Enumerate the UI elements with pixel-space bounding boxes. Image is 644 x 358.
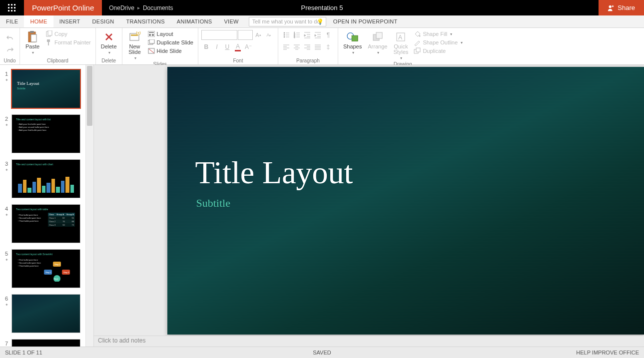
- delete-button[interactable]: Delete ▾: [99, 30, 119, 56]
- redo-button[interactable]: [5, 45, 15, 55]
- slide-thumbnail[interactable]: [12, 340, 80, 347]
- increase-indent-button[interactable]: [313, 30, 323, 40]
- paintbrush-icon: [45, 39, 52, 46]
- decrease-font-button[interactable]: A▾: [264, 30, 274, 40]
- svg-rect-34: [352, 35, 358, 41]
- thumb-number: 4✦: [4, 205, 9, 243]
- justify-button[interactable]: [313, 42, 323, 52]
- decrease-indent-button[interactable]: [302, 30, 312, 40]
- paste-button[interactable]: Paste ▾: [23, 30, 42, 56]
- increase-font-button[interactable]: A▴: [253, 30, 263, 40]
- svg-point-9: [609, 5, 612, 7]
- line-spacing-button[interactable]: ‡: [323, 42, 333, 52]
- tab-design[interactable]: DESIGN: [86, 15, 120, 27]
- italic-button[interactable]: I: [212, 42, 222, 52]
- breadcrumb-root[interactable]: OneDrive: [109, 4, 134, 11]
- svg-point-28: [284, 34, 285, 35]
- scrollbar-thumb[interactable]: [87, 66, 92, 126]
- slide-thumbnail-panel: 1✦Title LayoutSubtitle2✦Title and conten…: [0, 65, 94, 347]
- duplicate-slide-button[interactable]: Duplicate Slide: [146, 38, 195, 46]
- duplicate-shape-button[interactable]: Duplicate: [412, 47, 464, 55]
- status-slide-count[interactable]: SLIDE 1 OF 11: [5, 350, 42, 356]
- slide-title-placeholder[interactable]: Title Layout: [195, 154, 353, 191]
- slide-thumbnail[interactable]: [12, 295, 80, 333]
- slide-thumbnail[interactable]: Title LayoutSubtitle: [12, 70, 80, 108]
- align-right-button[interactable]: [302, 42, 312, 52]
- copy-icon: [45, 30, 52, 37]
- slide-canvas-area[interactable]: Title Layout Subtitle: [94, 65, 644, 336]
- font-name-field[interactable]: [201, 30, 237, 40]
- slide-thumbnail[interactable]: Two content layout with table• First bul…: [12, 205, 80, 243]
- align-center-button[interactable]: [292, 42, 302, 52]
- tab-home[interactable]: HOME: [24, 15, 53, 27]
- share-button[interactable]: Share: [599, 0, 644, 15]
- new-slide-button[interactable]: New Slide ▾: [125, 30, 144, 61]
- thumb-number: 7✦: [4, 340, 9, 347]
- status-saved: SAVED: [313, 350, 331, 356]
- svg-rect-1: [11, 4, 12, 5]
- bold-button[interactable]: B: [201, 42, 211, 52]
- numbering-icon: 123: [293, 31, 300, 38]
- svg-point-29: [284, 36, 285, 37]
- document-title[interactable]: Presentation 5: [301, 0, 343, 15]
- svg-rect-25: [149, 39, 154, 43]
- ribbon-tabs: FILE HOME INSERT DESIGN TRANSITIONS ANIM…: [0, 15, 644, 28]
- text-direction-button[interactable]: ¶: [323, 30, 333, 40]
- group-label-paragraph: Paragraph: [281, 58, 335, 64]
- quick-styles-button[interactable]: A Quick Styles ▾: [391, 30, 410, 61]
- status-help-improve[interactable]: HELP IMPROVE OFFICE: [576, 350, 639, 356]
- duplicate-slide-icon: [148, 39, 155, 46]
- svg-rect-21: [149, 32, 154, 33]
- ribbon-group-undo: Undo: [0, 28, 20, 64]
- new-slide-icon: [129, 31, 141, 43]
- font-color-button[interactable]: A: [233, 42, 243, 52]
- svg-rect-2: [14, 4, 15, 5]
- app-launcher-button[interactable]: [0, 0, 24, 15]
- thumb-number: 1✦: [4, 70, 9, 108]
- svg-text:3: 3: [294, 35, 295, 38]
- svg-rect-7: [11, 10, 12, 11]
- slide-subtitle-placeholder[interactable]: Subtitle: [196, 197, 230, 210]
- breadcrumb-folder[interactable]: Documents: [143, 4, 173, 11]
- redo-icon: [6, 46, 13, 53]
- font-size-field[interactable]: [238, 30, 253, 40]
- shape-outline-button[interactable]: Shape Outline▾: [412, 38, 464, 46]
- arrange-button[interactable]: Arrange ▾: [366, 30, 389, 56]
- ribbon-group-drawing: Shapes ▾ Arrange ▾ A Quick Styles ▾ Shap…: [338, 28, 467, 64]
- notes-pane[interactable]: Click to add notes: [94, 336, 644, 347]
- clear-formatting-button[interactable]: A⁻: [243, 42, 253, 52]
- slide-canvas[interactable]: Title Layout Subtitle: [167, 67, 644, 335]
- format-painter-button[interactable]: Format Painter: [44, 38, 92, 46]
- group-label-undo: Undo: [3, 58, 16, 64]
- outdent-icon: [304, 31, 311, 38]
- tab-insert[interactable]: INSERT: [53, 15, 86, 27]
- tab-animations[interactable]: ANIMATIONS: [171, 15, 218, 27]
- shape-fill-button[interactable]: Shape Fill▾: [412, 30, 464, 38]
- slide-thumbnail[interactable]: Two content layout with SmartArt• First …: [12, 250, 80, 288]
- thumbnail-scrollbar[interactable]: [85, 65, 93, 347]
- underline-button[interactable]: U: [222, 42, 232, 52]
- open-in-powerpoint-button[interactable]: OPEN IN POWERPOINT: [326, 15, 405, 27]
- tab-transitions[interactable]: TRANSITIONS: [120, 15, 171, 27]
- ribbon-group-paragraph: 123 ¶ ‡ Paragraph: [278, 28, 338, 64]
- bullets-button[interactable]: [281, 30, 291, 40]
- undo-button[interactable]: [5, 33, 15, 43]
- hide-slide-button[interactable]: Hide Slide: [146, 47, 195, 55]
- slide-thumbnail[interactable]: Title and content layout with list• Add …: [12, 115, 80, 153]
- copy-button[interactable]: Copy: [44, 30, 92, 38]
- slide-thumbnail[interactable]: Title and content layout with chart: [12, 160, 80, 198]
- svg-text:Step 3: Step 3: [63, 271, 69, 274]
- title-bar: PowerPoint Online OneDrive ▸ Documents P…: [0, 0, 644, 15]
- tab-file[interactable]: FILE: [0, 15, 24, 27]
- layout-button[interactable]: Layout: [146, 30, 195, 38]
- shapes-button[interactable]: Shapes ▾: [341, 30, 364, 56]
- group-label-delete: Delete: [99, 58, 119, 64]
- align-left-button[interactable]: [281, 42, 291, 52]
- numbering-button[interactable]: 123: [292, 30, 302, 40]
- thumb-number: 2✦: [4, 115, 9, 153]
- svg-rect-4: [11, 7, 12, 8]
- svg-rect-18: [131, 34, 138, 36]
- tab-view[interactable]: VIEW: [218, 15, 244, 27]
- svg-rect-22: [149, 34, 151, 36]
- tell-me-search[interactable]: Tell me what you want to do 💡: [249, 17, 326, 26]
